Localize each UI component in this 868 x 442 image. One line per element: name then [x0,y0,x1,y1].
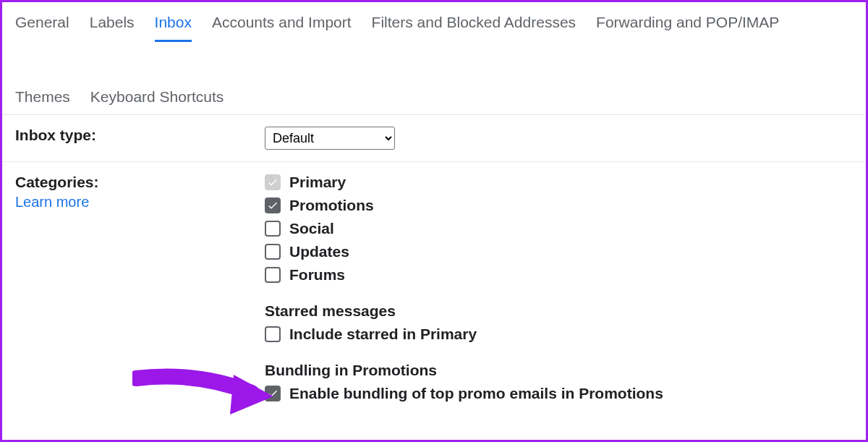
categories-label: Categories: [15,174,99,190]
category-item-forums: Forums [265,266,853,284]
category-item-social: Social [265,220,853,237]
checkbox-include-starred[interactable] [265,326,281,342]
settings-tabs: General Labels Inbox Accounts and Import… [2,2,866,115]
tab-themes[interactable]: Themes [15,82,70,114]
starred-item-label: Include starred in Primary [289,326,477,343]
checkbox-promotions[interactable] [265,197,281,213]
category-label-updates: Updates [289,243,349,260]
learn-more-link[interactable]: Learn more [15,194,265,211]
category-label-forums: Forums [289,266,345,284]
tab-forwarding-pop-imap[interactable]: Forwarding and POP/IMAP [596,8,779,40]
tab-inbox[interactable]: Inbox [155,8,192,42]
settings-body: Inbox type: Default Categories: Learn mo… [2,115,866,414]
category-item-primary: Primary [265,174,853,191]
bundling-heading: Bundling in Promotions [265,362,853,379]
tab-filters-blocked[interactable]: Filters and Blocked Addresses [372,8,576,40]
checkbox-forums[interactable] [265,267,281,283]
bundling-item: Enable bundling of top promo emails in P… [265,385,853,402]
row-inbox-type: Inbox type: Default [2,115,866,162]
category-checklist: Primary Promotions Social [265,174,853,284]
checkbox-bundling[interactable] [265,386,281,401]
category-label-promotions: Promotions [289,197,374,214]
check-icon [267,388,278,399]
checkbox-social[interactable] [265,221,281,237]
tab-general[interactable]: General [15,8,69,40]
starred-item: Include starred in Primary [265,326,853,343]
category-label-social: Social [289,220,334,237]
checkbox-updates[interactable] [265,244,281,260]
category-item-updates: Updates [265,243,853,260]
category-item-promotions: Promotions [265,197,853,214]
check-icon [267,200,278,211]
inbox-type-label: Inbox type: [15,127,96,143]
bundling-item-label: Enable bundling of top promo emails in P… [289,385,663,402]
inbox-type-select[interactable]: Default [265,127,395,150]
starred-heading: Starred messages [265,302,853,320]
check-icon [267,177,278,188]
tab-labels[interactable]: Labels [90,8,135,40]
row-categories: Categories: Learn more Primary Promotion… [2,162,866,414]
checkbox-primary [265,174,281,190]
tab-accounts-import[interactable]: Accounts and Import [212,8,352,40]
tab-keyboard-shortcuts[interactable]: Keyboard Shortcuts [90,82,224,114]
category-label-primary: Primary [289,174,346,191]
